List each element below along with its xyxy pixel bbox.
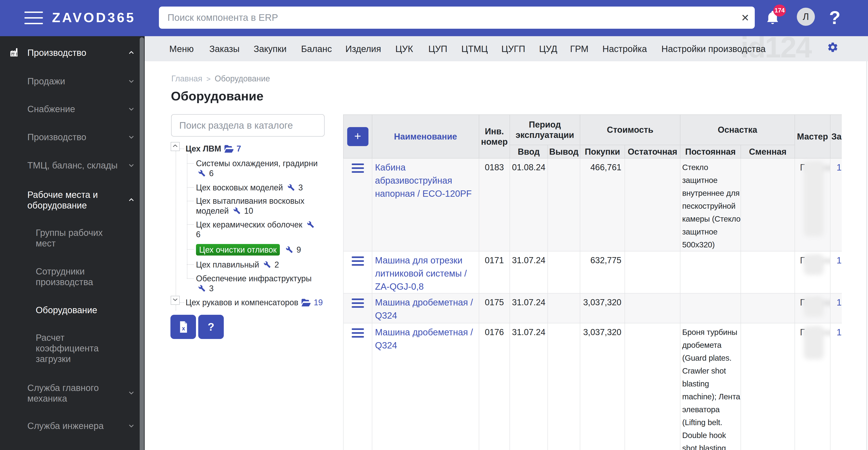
- svg-text:x: x: [182, 325, 185, 331]
